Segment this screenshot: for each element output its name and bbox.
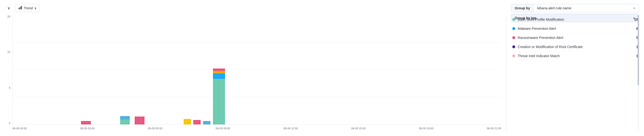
bar-segment (81, 121, 91, 124)
legend-name-malware: Malware Prevention Alert (518, 26, 631, 30)
bar-chart-icon (18, 6, 22, 10)
svg-rect-2 (21, 6, 22, 9)
x-label-0900: 08-09 09:00 (216, 127, 230, 130)
svg-rect-0 (19, 8, 20, 9)
legend-dot-malware (512, 27, 515, 30)
bar-segment (184, 119, 191, 124)
x-label-1800: 08-09 18:00 (419, 127, 434, 130)
legend-dot-bash (512, 18, 515, 21)
bar-group-4c (203, 121, 210, 124)
legend-count-threat-intel: 1 (633, 54, 638, 58)
legend-count-bash: 18 (633, 18, 638, 22)
bar-group-4b (193, 120, 201, 124)
legend-dot-ransomware (512, 36, 515, 39)
bar-segment (213, 79, 225, 124)
y-label-20: 20 (8, 15, 10, 18)
bar-segment (213, 71, 225, 74)
legend-dot-threat-intel (512, 54, 515, 58)
legend-name-bash: Bash Shell Profile Modification (518, 18, 631, 22)
x-label-1200: 08-09 12:00 (283, 127, 298, 130)
legend-count-ransomware: 5 (633, 36, 638, 40)
scrollbar-thumb[interactable] (638, 15, 639, 85)
group-by-selector[interactable]: Group by kibana.alert.rule.name ∨ (511, 4, 639, 12)
legend-name-threat-intel: Threat Intel Indicator Match (518, 54, 631, 58)
collapse-button[interactable]: ∨ (5, 4, 13, 12)
bar-segment (120, 120, 130, 124)
bar-segment (213, 74, 225, 79)
bar-segment (135, 116, 144, 124)
scrollbar-track (638, 15, 639, 132)
bar-segment (203, 121, 210, 124)
trend-button[interactable]: Trend ∨ (15, 4, 40, 12)
bar-segment (213, 68, 225, 71)
legend-item-malware[interactable]: Malware Prevention Alert 6 (511, 24, 639, 33)
bar-group-1 (81, 121, 91, 124)
main-content: 20 15 5 0 (5, 15, 639, 132)
legend-item-root-cert[interactable]: Creation or Modification of Root Certifi… (511, 42, 639, 52)
chevron-down-icon: ∨ (8, 6, 10, 10)
bar-segment (120, 116, 130, 120)
legend-name-ransomware: Ransomware Prevention Alert (518, 36, 631, 40)
legend-count-root-cert: 1 (633, 45, 638, 49)
trend-chevron-icon: ∨ (34, 6, 37, 10)
legend-dot-root-cert (512, 45, 515, 48)
bar-group-3 (135, 116, 144, 124)
bar-group-5 (213, 68, 225, 124)
chart-area: 20 15 5 0 (5, 15, 506, 132)
bar-group-2 (120, 116, 130, 124)
group-by-value: kibana.alert.rule.name (534, 4, 630, 12)
legend-item-bash[interactable]: Bash Shell Profile Modification 18 (511, 15, 639, 24)
top-bar: ∨ Trend ∨ Group by kibana.alert.rule.nam… (5, 4, 639, 12)
y-label-15: 15 (8, 50, 10, 54)
x-axis: 08-09 00:00 08-09 03:00 08-09 06:00 08-0… (12, 125, 501, 132)
chart-canvas: 20 15 5 0 (5, 15, 501, 132)
x-label-1500: 08-09 15:00 (351, 127, 366, 130)
bar-segment (193, 120, 201, 124)
x-label-0300: 08-09 03:00 (80, 127, 94, 130)
legend-item-threat-intel[interactable]: Threat Intel Indicator Match 1 (511, 52, 639, 60)
main-container: ∨ Trend ∨ Group by kibana.alert.rule.nam… (0, 0, 644, 136)
y-axis: 20 15 5 0 (5, 15, 12, 125)
bar-group-4a (184, 119, 191, 124)
left-controls: ∨ Trend ∨ (5, 4, 40, 12)
svg-rect-1 (20, 7, 21, 9)
legend-panel: Bash Shell Profile Modification 18 Malwa… (506, 15, 639, 132)
y-label-0: 0 (9, 122, 10, 125)
legend-count-malware: 6 (633, 26, 638, 30)
legend-name-root-cert: Creation or Modification of Root Certifi… (518, 45, 631, 49)
group-by-chevron-icon: ∨ (630, 4, 639, 12)
trend-label: Trend (24, 6, 33, 10)
chart-plot (12, 15, 501, 125)
x-label-0000: 08-09 00:00 (12, 127, 27, 130)
x-label-0600: 08-09 06:00 (148, 127, 162, 130)
legend-item-ransomware[interactable]: Ransomware Prevention Alert 5 (511, 33, 639, 42)
group-by-label: Group by (511, 4, 534, 12)
x-label-2100: 08-09 21:00 (487, 127, 501, 130)
y-label-5: 5 (9, 86, 10, 89)
